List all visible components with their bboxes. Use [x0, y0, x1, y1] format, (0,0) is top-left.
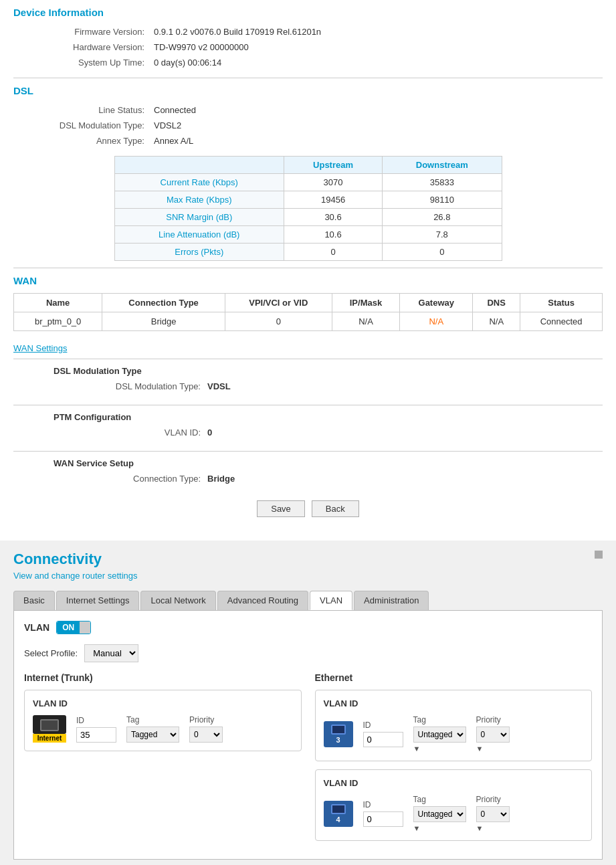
dsl-downstream: 26.8 [383, 209, 502, 226]
toggle-off[interactable] [80, 621, 90, 634]
wan-vpivci: 0 [225, 312, 332, 331]
eth4-tag-label: Tag [413, 795, 466, 804]
dsl-upstream: 19456 [284, 191, 383, 209]
connectivity-subtitle: View and change router settings [13, 571, 603, 581]
internet-priority-select[interactable]: 0 1 2 [189, 727, 223, 743]
annex-label: Annex Type: [15, 134, 148, 148]
wan-name: br_ptm_0_0 [14, 312, 102, 331]
dsl-col-upstream: Upstream [284, 157, 383, 174]
dsl-row-4: Errors (Pkts) 0 0 [114, 244, 502, 261]
dsl-downstream: 0 [383, 244, 502, 261]
toggle-on[interactable]: ON [57, 621, 80, 634]
dsl-col-empty [114, 157, 284, 174]
eth4-tag-select[interactable]: Untagged Tagged [413, 806, 466, 822]
eth3-tag-select[interactable]: Untagged Tagged [413, 727, 466, 743]
internet-port-icon: Internet [33, 715, 66, 743]
eth-card3-row: 3 ID Tag Untagged Tagged [324, 715, 584, 753]
internet-tag-select[interactable]: Tagged Untagged [126, 727, 179, 743]
eth4-priority-select[interactable]: 0 1 [476, 806, 510, 822]
ptm-field-value: 0 [207, 427, 212, 438]
button-row: Save Back [13, 500, 603, 517]
eth4-priority-label: Priority [476, 795, 510, 804]
internet-vlan-card: VLAN ID Internet ID [24, 690, 302, 751]
tab-internet-settings[interactable]: Internet Settings [56, 591, 140, 610]
wan-settings-link[interactable]: WAN Settings [13, 343, 67, 353]
save-button[interactable]: Save [257, 500, 305, 517]
tab-administration[interactable]: Administration [354, 591, 429, 610]
dsl-downstream: 98110 [383, 191, 502, 209]
device-info-title: Device Information [13, 7, 603, 18]
eth3-priority-select[interactable]: 0 1 [476, 727, 510, 743]
wan-col-1: Connection Type [102, 294, 225, 312]
eth4-id-input[interactable] [363, 811, 403, 827]
wan-col-5: DNS [473, 294, 520, 312]
vlan-toggle[interactable]: ON [56, 621, 91, 634]
internet-vlan-card-title: VLAN ID [33, 698, 293, 708]
eth-port3-icon: 3 [324, 721, 353, 747]
eth3-tag-label: Tag [413, 715, 466, 725]
tab-basic[interactable]: Basic [13, 591, 55, 610]
wan-service-block: WAN Service Setup Connection Type: Bridg… [13, 451, 603, 490]
dsl-row-label: Line Attenuation (dB) [114, 226, 284, 244]
dsl-mod-field-value: VDSL [207, 381, 231, 391]
tab-vlan[interactable]: VLAN [310, 591, 352, 610]
connectivity-tabs: BasicInternet SettingsLocal NetworkAdvan… [13, 591, 603, 610]
vlan-label: VLAN [24, 622, 49, 633]
wan-row-0: br_ptm_0_0 Bridge 0 N/A N/A N/A Connecte… [14, 312, 603, 331]
wan-col-6: Status [520, 294, 603, 312]
annex-value: Annex A/L [150, 134, 601, 148]
profile-select[interactable]: Manual [84, 644, 138, 662]
ptm-block: PTM Configuration VLAN ID: 0 [13, 405, 603, 444]
internet-priority-label: Priority [189, 715, 223, 725]
ptm-field-label: VLAN ID: [94, 427, 201, 438]
wan-service-block-title: WAN Service Setup [13, 458, 603, 468]
uptime-value: 0 day(s) 00:06:14 [150, 56, 601, 70]
dsl-upstream: 30.6 [284, 209, 383, 226]
resize-handle[interactable] [595, 551, 603, 559]
eth4-tag-group: Tag Untagged Tagged ▼ [413, 795, 466, 832]
internet-id-group: ID [76, 716, 116, 743]
divider-1 [13, 78, 603, 78]
firmware-value: 0.9.1 0.2 v0076.0 Build 170919 Rel.61201… [150, 25, 601, 39]
dsl-upstream: 10.6 [284, 226, 383, 244]
dsl-upstream: 3070 [284, 174, 383, 191]
dsl-upstream: 0 [284, 244, 383, 261]
dsl-row-3: Line Attenuation (dB) 10.6 7.8 [114, 226, 502, 244]
uptime-label: System Up Time: [15, 56, 148, 70]
wan-col-2: VPI/VCI or VID [225, 294, 332, 312]
ptm-block-title: PTM Configuration [13, 412, 603, 422]
wan-service-field-row: Connection Type: Bridge [13, 474, 603, 484]
internet-tag-label: Tag [126, 715, 179, 725]
eth3-id-label: ID [363, 720, 403, 730]
back-button[interactable]: Back [312, 500, 359, 517]
dsl-title: DSL [13, 85, 603, 96]
hardware-label: Hardware Version: [15, 40, 148, 54]
select-profile-label: Select Profile: [24, 648, 78, 658]
tab-local-network[interactable]: Local Network [140, 591, 215, 610]
wan-conn-type: Bridge [102, 312, 225, 331]
internet-id-input[interactable] [76, 727, 116, 743]
wan-dns: N/A [473, 312, 520, 331]
internet-trunk-title: Internet (Trunk) [24, 672, 302, 683]
eth3-id-input[interactable] [363, 732, 403, 747]
dsl-modulation-value: VDSL2 [150, 118, 601, 132]
wan-table: NameConnection TypeVPI/VCI or VIDIP/Mask… [13, 293, 603, 331]
tab-advanced-routing[interactable]: Advanced Routing [217, 591, 308, 610]
dsl-rates-table: Upstream Downstream Current Rate (Kbps) … [114, 156, 502, 261]
dsl-downstream: 35833 [383, 174, 502, 191]
tab-content: VLAN ON Select Profile: Manual Internet … [13, 610, 603, 860]
wan-col-0: Name [14, 294, 102, 312]
firmware-label: Firmware Version: [15, 25, 148, 39]
wan-gateway: N/A [400, 312, 473, 331]
dsl-row-label: Errors (Pkts) [114, 244, 284, 261]
eth-port4-num: 4 [336, 815, 340, 824]
wan-col-4: Gateway [400, 294, 473, 312]
line-status-value: Connected [150, 103, 601, 117]
wan-service-field-value: Bridge [207, 474, 235, 484]
eth-port4-icon: 4 [324, 801, 353, 827]
profile-row: Select Profile: Manual [24, 644, 592, 662]
dsl-row-label: Max Rate (Kbps) [114, 191, 284, 209]
wan-ip-mask: N/A [332, 312, 400, 331]
dsl-mod-block: DSL Modulation Type DSL Modulation Type:… [13, 359, 603, 398]
internet-priority-group: Priority 0 1 2 [189, 715, 223, 743]
